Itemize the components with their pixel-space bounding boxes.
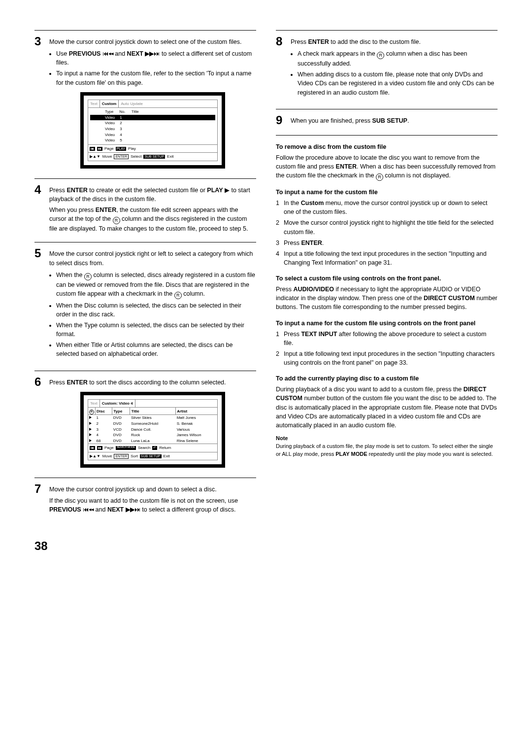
inputfront-step2: 2Input a title following text input proc… <box>276 349 498 367</box>
heading-input-name: To input a name for the custom file <box>276 188 498 197</box>
step5-text: Move the cursor control joystick right o… <box>49 249 256 267</box>
inputname-step4: 4Input a title following the text input … <box>276 249 498 267</box>
step4-text: Press ENTER to create or edit the select… <box>49 186 256 204</box>
step-number-9: 9 <box>276 114 285 126</box>
step3-text: Move the cursor control joystick down to… <box>49 37 256 46</box>
step-number-6: 6 <box>34 376 43 388</box>
previous-icon: ⏮◀◀ <box>102 50 113 57</box>
step8-text: Press ENTER to add the disc to the custo… <box>291 37 498 46</box>
step3-bullet1: Use PREVIOUS ⏮◀◀ and NEXT ▶▶⏭ to select … <box>56 49 256 67</box>
step5-bullet3: When the Type column is selected, the di… <box>56 321 256 339</box>
step-number-7: 7 <box>34 483 43 495</box>
registered-column-icon: R <box>84 273 92 280</box>
heading-input-name-front: To input a name for the custom file usin… <box>276 319 498 328</box>
previous-icon: ⏮◀◀ <box>83 506 94 513</box>
step7-text: Move the cursor control joystick up and … <box>49 485 256 494</box>
step-number-4: 4 <box>34 184 43 196</box>
step8-bullet1: A check mark appears in the R column whe… <box>298 49 498 68</box>
step3-bullet2: To input a name for the custom file, ref… <box>56 69 256 87</box>
custom-file-edit-screenshot: Text Custom: Video 4 R Disc Typ <box>80 392 225 468</box>
step6-text: Press ENTER to sort the discs according … <box>49 378 256 387</box>
next-icon: ▶▶⏭ <box>145 50 160 57</box>
registered-column-icon: R <box>377 52 384 59</box>
inputname-step2: 2Move the cursor control joystick right … <box>276 218 498 236</box>
step5-bullet2: When the Disc column is selected, the di… <box>56 301 256 319</box>
step7-para: If the disc you want to add to the custo… <box>49 496 256 514</box>
registered-column-icon: R <box>174 292 182 299</box>
registered-column-icon: R <box>113 217 120 224</box>
page-number: 38 <box>34 538 498 555</box>
step-number-5: 5 <box>34 247 43 259</box>
add-current-body: During playback of a disc you want to ad… <box>276 385 498 430</box>
remove-disc-body: Follow the procedure above to locate the… <box>276 153 498 181</box>
step5-bullet4: When either Title or Artist columns are … <box>56 341 256 358</box>
registered-column-icon: R <box>376 173 383 181</box>
step-number-8: 8 <box>276 35 285 47</box>
step8-bullet2: When adding discs to a custom file, plea… <box>298 70 498 97</box>
select-front-body: Press AUDIO/VIDEO if necessary to light … <box>276 285 498 311</box>
step4-para: When you press ENTER, the custom file ed… <box>49 206 256 233</box>
step5-bullet1: When the R column is selected, discs alr… <box>56 271 256 299</box>
note-body: During playback of a custom file, the pl… <box>276 443 498 458</box>
heading-add-current: To add the currently playing disc to a c… <box>276 374 498 383</box>
inputfront-step1: 1Press TEXT INPUT after following the ab… <box>276 330 498 347</box>
step9-text: When you are finished, press SUB SETUP. <box>291 116 498 125</box>
note-heading: Note <box>276 435 498 443</box>
inputname-step1: 1In the Custom menu, move the cursor con… <box>276 199 498 216</box>
next-icon: ▶▶⏭ <box>126 506 140 513</box>
step-number-3: 3 <box>34 35 43 47</box>
custom-file-list-screenshot: Text Custom Auto Update Type No. Title <box>80 92 225 169</box>
heading-select-front-panel: To select a custom file using controls o… <box>276 274 498 283</box>
heading-remove-disc: To remove a disc from the custom file <box>276 142 498 151</box>
inputname-step3: 3Press ENTER. <box>276 239 498 247</box>
play-icon: ▶ <box>225 187 230 194</box>
